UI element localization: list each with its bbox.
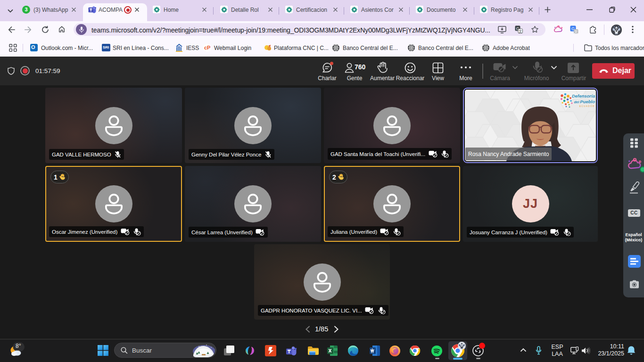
svg-text:del Pueblo: del Pueblo: [574, 99, 595, 104]
svg-text:ECUADOR: ECUADOR: [579, 105, 595, 107]
svg-text:Defensoría: Defensoría: [572, 93, 595, 99]
svg-text:文: 文: [574, 30, 578, 34]
svg-text:文: 文: [519, 29, 522, 33]
